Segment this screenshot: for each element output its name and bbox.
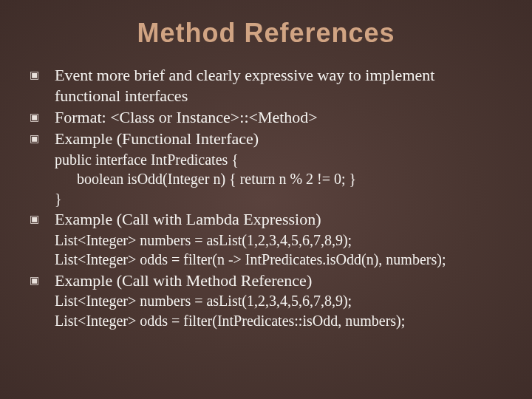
code-line: List<Integer> odds = filter(n -> IntPred… <box>30 250 502 270</box>
bullet-icon: ▣ <box>30 209 55 230</box>
bullet-icon: ▣ <box>30 107 55 128</box>
slide: Method References ▣ Event more brief and… <box>0 0 532 399</box>
bullet-item: ▣ Example (Call with Lambda Expression) <box>30 209 502 230</box>
bullet-text: Example (Functional Interface) <box>55 129 502 149</box>
bullet-icon: ▣ <box>30 65 55 86</box>
bullet-text: Format: <Class or Instance>::<Method> <box>55 107 502 128</box>
code-line: boolean isOdd(Integer n) { return n % 2 … <box>30 170 502 189</box>
bullet-item: ▣ Example (Call with Method Reference) <box>30 270 502 291</box>
bullet-icon: ▣ <box>30 129 55 149</box>
bullet-text: Example (Call with Lambda Expression) <box>55 209 502 230</box>
bullet-item: ▣ Event more brief and clearly expressiv… <box>30 65 502 106</box>
code-line: List<Integer> numbers = asList(1,2,3,4,5… <box>30 231 502 250</box>
bullet-item: ▣ Format: <Class or Instance>::<Method> <box>30 107 502 128</box>
code-line: List<Integer> odds = filter(IntPredicate… <box>30 312 502 331</box>
code-line: } <box>30 190 502 209</box>
slide-body: ▣ Event more brief and clearly expressiv… <box>30 65 502 330</box>
slide-title: Method References <box>30 18 502 49</box>
code-line: public interface IntPredicates { <box>30 151 502 170</box>
bullet-item: ▣ Example (Functional Interface) <box>30 129 502 149</box>
bullet-text: Event more brief and clearly expressive … <box>55 65 502 106</box>
bullet-icon: ▣ <box>30 270 55 291</box>
bullet-text: Example (Call with Method Reference) <box>55 270 502 291</box>
code-line: List<Integer> numbers = asList(1,2,3,4,5… <box>30 292 502 311</box>
